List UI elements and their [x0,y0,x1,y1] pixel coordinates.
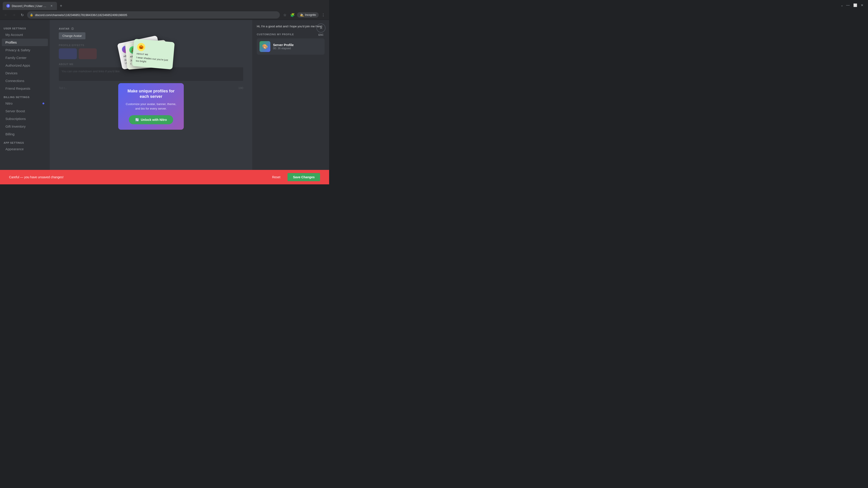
customizing-label: CUSTOMIZING MY PROFILE [257,33,324,36]
sidebar-label-gift-inventory: Gift Inventory [5,125,26,128]
nitro-popup-title: Make unique profiles for each server [124,89,178,99]
sidebar-label-server-boost: Server Boost [5,109,25,113]
server-icon: 🎨 [259,41,270,52]
url-text: discord.com/channels/1182346851781984336… [35,13,127,17]
right-panel: Hi, I'm a good artist and I hope you'd j… [252,20,329,170]
profile-section: PROFILE EFFECTS ABOUT ME You can use mar… [59,44,243,130]
sidebar-item-friend-requests[interactable]: Friend Requests [2,85,48,92]
avatar-section-label: AVATAR ⓘ [59,27,243,31]
nitro-dot-icon [42,103,44,104]
sidebar-item-profiles[interactable]: Profiles [2,39,48,46]
browser-chrome: ⌄ — ⬜ ✕ d Discord | Profiles | User Sett… [0,0,329,20]
sidebar-item-my-account[interactable]: My Account [2,31,48,38]
sidebar-label-connections: Connections [5,79,24,83]
sidebar-item-subscriptions[interactable]: Subscriptions [2,115,48,123]
nitro-popup: Make unique profiles for each server Cus… [118,83,184,130]
sidebar-label-privacy-safety: Privacy & Safety [5,48,30,52]
server-profile-item: 🎨 Server Profile 00: 36 elapsed [257,38,324,55]
sidebar-label-billing: Billing [5,132,14,136]
sidebar-item-nitro[interactable]: Nitro [2,100,48,107]
server-name: Server Profile [273,43,293,47]
lock-icon: 🔒 [30,13,33,17]
nitro-overlay: AB JustI li... 🐊 AB JustI li... [59,39,243,130]
app-settings-label: APP SETTINGS [0,140,50,145]
sidebar-label-appearance: Appearance [5,147,24,151]
address-bar[interactable]: 🔒 discord.com/channels/11823468517819843… [27,11,280,19]
tab-title: Discord | Profiles | User Settings [12,4,48,8]
sidebar-label-my-account: My Account [5,33,23,37]
change-avatar-btn[interactable]: Change Avatar [59,32,86,39]
sidebar-label-nitro: Nitro [5,101,13,105]
toolbar-right: ☆ 🧩 🕵 Incognito ⋮ [282,12,327,18]
menu-btn[interactable]: ⋮ [320,12,327,18]
active-tab[interactable]: d Discord | Profiles | User Settings ✕ [3,2,57,10]
new-tab-btn[interactable]: + [58,3,64,9]
esc-button[interactable]: ✕ ESC [316,24,326,36]
save-changes-btn[interactable]: Save Changes [287,173,320,181]
server-info: Server Profile 00: 36 elapsed [273,43,293,50]
sidebar-item-privacy-safety[interactable]: Privacy & Safety [2,46,48,54]
nitro-popup-desc: Customize your avatar, banner, theme, an… [124,102,178,111]
sidebar-item-authorized-apps[interactable]: Authorized Apps [2,62,48,69]
reset-btn[interactable]: Reset [269,173,284,181]
nitro-icon: 🔄 [135,118,139,122]
sidebar-item-server-boost[interactable]: Server Boost [2,107,48,115]
back-btn[interactable]: ← [3,12,9,18]
sidebar: USER SETTINGS My Account Profiles Privac… [0,20,50,170]
esc-label: ESC [318,33,324,36]
profile-card-3: 🎃 ABOUT ME I wear shades cuz you're just… [132,39,175,69]
sidebar-label-devices: Devices [5,71,18,75]
bio-section: Hi, I'm a good artist and I hope you'd j… [257,24,324,29]
app-content: USER SETTINGS My Account Profiles Privac… [0,20,329,170]
avatar-info-icon[interactable]: ⓘ [71,27,74,30]
sidebar-label-profiles: Profiles [5,40,17,44]
extension-btn[interactable]: 🧩 [289,12,296,18]
sidebar-label-subscriptions: Subscriptions [5,117,26,121]
sidebar-label-friend-requests: Friend Requests [5,87,30,90]
browser-toolbar: ← → ↻ 🔒 discord.com/channels/11823468517… [0,10,329,20]
tab-bar: ⌄ — ⬜ ✕ d Discord | Profiles | User Sett… [0,0,329,10]
main-content: AVATAR ⓘ Change Avatar PROFILE EFFECTS A… [50,20,252,170]
esc-circle-icon: ✕ [316,24,326,33]
reload-btn[interactable]: ↻ [19,12,25,18]
unlock-nitro-btn[interactable]: 🔄 Unlock with Nitro [129,115,173,124]
user-settings-label: USER SETTINGS [0,25,50,31]
unsaved-warning-text: Careful — you have unsaved changes! [9,175,265,179]
profile-cards: AB JustI li... 🐊 AB JustI li... [119,39,183,79]
sidebar-item-billing[interactable]: Billing [2,130,48,138]
sidebar-label-authorized-apps: Authorized Apps [5,64,30,67]
sidebar-item-devices[interactable]: Devices [2,69,48,77]
sidebar-item-appearance[interactable]: Appearance [2,145,48,153]
tab-close-btn[interactable]: ✕ [50,4,53,8]
forward-btn[interactable]: → [11,12,17,18]
bookmark-btn[interactable]: ☆ [282,12,288,18]
bio-text: Hi, I'm a good artist and I hope you'd j… [257,24,324,29]
server-elapsed: 00: 36 elapsed [273,47,293,50]
incognito-btn[interactable]: 🕵 Incognito [297,12,319,18]
sidebar-item-family-center[interactable]: Family Center [2,54,48,61]
tab-favicon: d [6,4,10,8]
settings-panel: AVATAR ⓘ Change Avatar PROFILE EFFECTS A… [50,20,252,170]
bottom-bar: Careful — you have unsaved changes! Rese… [0,170,329,184]
sidebar-label-family-center: Family Center [5,56,26,60]
sidebar-item-gift-inventory[interactable]: Gift Inventory [2,123,48,130]
billing-settings-label: BILLING SETTINGS [0,94,50,99]
sidebar-item-connections[interactable]: Connections [2,77,48,85]
